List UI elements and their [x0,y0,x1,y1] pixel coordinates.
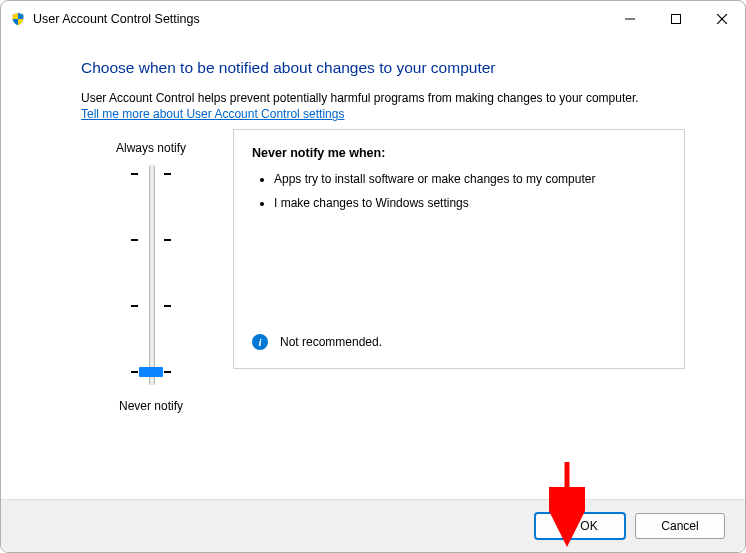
dialog-footer: OK Cancel [1,499,745,552]
slider-tick [131,239,138,241]
window-title: User Account Control Settings [33,12,200,26]
title-bar: User Account Control Settings [1,1,745,37]
cancel-button-label: Cancel [661,519,698,533]
panel-bullet: Apps try to install software or make cha… [274,172,666,186]
uac-shield-icon [11,12,25,26]
slider-tick [164,305,171,307]
page-heading: Choose when to be notified about changes… [81,59,685,77]
notification-slider: Always notify Never notify [81,129,221,419]
minimize-icon [625,14,635,24]
recommendation-row: i Not recommended. [252,334,382,350]
maximize-button[interactable] [653,3,699,35]
uac-settings-window: User Account Control Settings Choose whe… [0,0,746,553]
slider-tick [164,371,171,373]
cancel-button[interactable]: Cancel [635,513,725,539]
slider-track[interactable] [121,165,181,385]
panel-bullet-list: Apps try to install software or make cha… [252,172,666,210]
info-icon: i [252,334,268,350]
minimize-button[interactable] [607,3,653,35]
panel-bullet: I make changes to Windows settings [274,196,666,210]
ok-button-label: OK [580,519,597,533]
maximize-icon [671,14,681,24]
controls-row: Always notify Never notify Never notify … [81,129,685,419]
slider-tick [131,173,138,175]
slider-label-top: Always notify [116,141,186,155]
slider-label-bottom: Never notify [119,399,183,413]
svg-rect-1 [672,15,681,24]
ok-button[interactable]: OK [535,513,625,539]
uac-shield-icon [562,519,576,533]
level-description-panel: Never notify me when: Apps try to instal… [233,129,685,369]
close-button[interactable] [699,3,745,35]
recommendation-text: Not recommended. [280,335,382,349]
learn-more-link[interactable]: Tell me more about User Account Control … [81,107,344,121]
slider-rail [149,165,155,385]
slider-tick [164,239,171,241]
slider-tick [164,173,171,175]
content-area: Choose when to be notified about changes… [1,37,745,499]
slider-thumb[interactable] [139,367,163,377]
slider-tick [131,371,138,373]
page-description: User Account Control helps prevent poten… [81,91,685,105]
window-controls [607,1,745,37]
close-icon [717,14,727,24]
slider-tick [131,305,138,307]
panel-title: Never notify me when: [252,146,666,160]
